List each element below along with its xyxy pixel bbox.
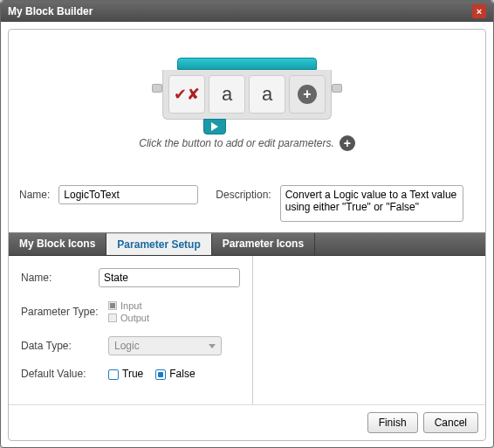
param-right-empty xyxy=(253,256,485,404)
tab-parameter-icons[interactable]: Parameter Icons xyxy=(212,233,315,255)
content: ✔✘ a a + Click the button to add or edit… xyxy=(1,22,493,448)
chevron-down-icon xyxy=(209,344,216,348)
param-type-label: Parameter Type: xyxy=(21,306,108,318)
hint-text: Click the button to add or edit paramete… xyxy=(139,137,333,149)
parameter-setup-panel: Name: Parameter Type: Input Output Data … xyxy=(9,256,485,404)
true-checkbox-icon xyxy=(108,369,119,380)
default-value-group: True False xyxy=(108,368,196,380)
play-icon xyxy=(211,122,218,131)
description-label: Description: xyxy=(216,185,271,201)
cancel-button[interactable]: Cancel xyxy=(423,412,478,433)
default-true-option[interactable]: True xyxy=(108,368,143,380)
data-type-select[interactable]: Logic xyxy=(108,336,222,355)
block-stack: ✔✘ a a + xyxy=(162,58,332,120)
close-icon[interactable]: × xyxy=(472,4,486,18)
plus-icon: + xyxy=(298,85,317,104)
add-param-slot[interactable]: + xyxy=(289,75,326,114)
name-label: Name: xyxy=(19,185,50,201)
tab-parameter-setup[interactable]: Parameter Setup xyxy=(106,233,211,255)
block-header xyxy=(177,58,317,70)
default-false-option[interactable]: False xyxy=(155,368,195,380)
param-slot-a1[interactable]: a xyxy=(209,75,245,114)
connector-right-icon xyxy=(332,84,342,93)
false-label: False xyxy=(169,368,195,380)
inner-panel: ✔✘ a a + Click the button to add or edit… xyxy=(8,29,486,441)
hint-row: Click the button to add or edit paramete… xyxy=(139,135,354,151)
data-type-label: Data Type: xyxy=(21,340,108,352)
fields-row: Name: Description: xyxy=(9,178,485,232)
param-slot-a2[interactable]: a xyxy=(249,75,285,114)
param-type-input-label: Input xyxy=(120,300,141,312)
false-checkbox-icon xyxy=(155,369,166,380)
play-tab-icon[interactable] xyxy=(203,119,226,134)
param-form: Name: Parameter Type: Input Output Data … xyxy=(9,256,253,404)
output-checkbox-icon xyxy=(108,314,117,322)
block-group: ✔✘ a a + xyxy=(152,58,342,120)
add-param-button[interactable]: + xyxy=(340,135,355,151)
tab-my-block-icons[interactable]: My Block Icons xyxy=(9,233,106,255)
param-name-input[interactable] xyxy=(99,268,240,287)
finish-button[interactable]: Finish xyxy=(367,412,418,433)
tab-strip: My Block Icons Parameter Setup Parameter… xyxy=(9,232,485,256)
param-type-group: Input Output xyxy=(108,300,149,324)
block-preview: ✔✘ a a + Click the button to add or edit… xyxy=(9,30,485,178)
button-row: Finish Cancel xyxy=(9,404,485,440)
input-checkbox-icon xyxy=(108,301,117,310)
block-description-input[interactable] xyxy=(280,185,463,222)
param-name-label: Name: xyxy=(21,272,99,284)
connector-left-icon xyxy=(152,84,162,93)
block-body: ✔✘ a a + xyxy=(162,70,332,120)
my-block-builder-window: My Block Builder × ✔✘ a a + xyxy=(0,0,494,448)
true-label: True xyxy=(122,368,143,380)
default-value-label: Default Value: xyxy=(21,368,108,380)
data-type-value: Logic xyxy=(114,340,140,352)
block-name-input[interactable] xyxy=(58,185,198,204)
titlebar: My Block Builder × xyxy=(1,1,493,22)
param-type-output-label: Output xyxy=(120,312,149,324)
window-title: My Block Builder xyxy=(8,5,93,17)
check-x-icon[interactable]: ✔✘ xyxy=(168,75,205,114)
